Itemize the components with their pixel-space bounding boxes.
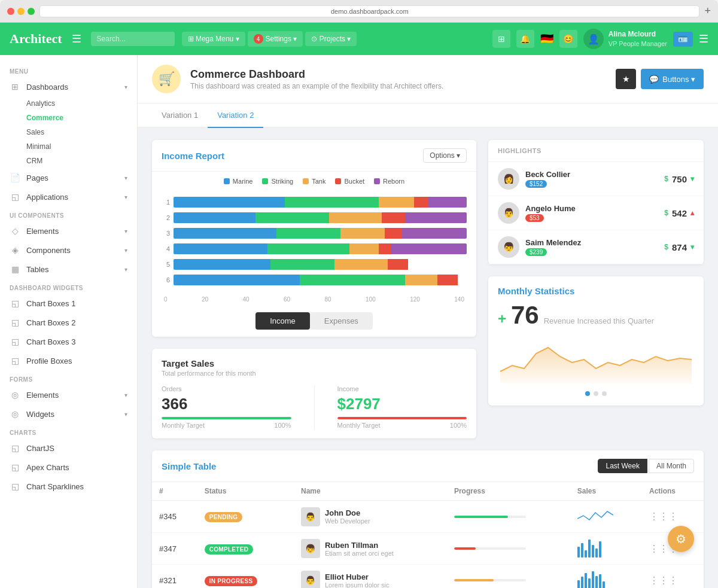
sidebar-label-components: Components <box>26 246 124 255</box>
person-ruben: 👦 Ruben Tillman Etiam sit amet orci eget <box>301 539 440 558</box>
sidebar-item-applications[interactable]: ◱ Applications ▾ <box>0 187 137 206</box>
bar-seg-striking-3 <box>276 228 341 239</box>
browser-url[interactable]: demo.dashboardpack.com <box>39 5 699 17</box>
hamburger-right[interactable]: ☰ <box>699 32 708 45</box>
orders-monthly-label: Monthly Target <box>162 422 205 429</box>
sidebar-item-sales[interactable]: Sales <box>26 125 137 139</box>
last-week-button[interactable]: Last Week <box>598 459 647 473</box>
sidebar-item-pages[interactable]: 📄 Pages ▾ <box>0 168 137 187</box>
all-month-button[interactable]: All Month <box>649 459 694 473</box>
monthly-dot-2[interactable] <box>594 391 598 396</box>
sidebar-label-tables: Tables <box>26 265 124 274</box>
sidebar-label-form-elements: Elements <box>26 391 124 400</box>
new-tab-button[interactable]: + <box>704 5 711 17</box>
sparkline-ruben <box>577 540 635 557</box>
role-ruben: Etiam sit amet orci eget <box>325 550 394 557</box>
spark-e2 <box>581 577 583 588</box>
page-title: Commerce Dashboard <box>190 68 443 81</box>
income-metric-label: Income <box>337 385 467 392</box>
sidebar-item-profileboxes[interactable]: ◱ Profile Boxes <box>0 351 137 370</box>
browser-dots <box>7 8 35 15</box>
hamburger-menu[interactable]: ☰ <box>72 32 81 45</box>
bar-track-6 <box>174 275 467 285</box>
page-subtitle: This dashboard was created as an example… <box>190 82 443 90</box>
target-sales-card: Target Sales Total performance for this … <box>152 349 476 438</box>
sidebar-item-elements[interactable]: ◇ Elements ▾ <box>0 221 137 240</box>
orders-metric: Orders 366 Monthly Target 100% <box>162 385 291 429</box>
emoji-button[interactable]: 😊 <box>559 30 577 48</box>
monthly-dot-3[interactable] <box>602 391 607 396</box>
dot-yellow <box>17 8 25 15</box>
orders-value: 366 <box>162 395 291 413</box>
sidebar-item-chartboxes1[interactable]: ◱ Chart Boxes 1 <box>0 294 137 313</box>
tab-variation1[interactable]: Variation 1 <box>152 103 208 128</box>
sidebar-item-crm[interactable]: CRM <box>26 154 137 168</box>
sidebar-item-analytics[interactable]: Analytics <box>26 96 137 111</box>
sidebar-item-dashboards[interactable]: ⊞ Dashboards ▾ <box>0 77 137 96</box>
user-card-button[interactable]: 🪪 <box>673 32 693 47</box>
bar-row-2: 2 <box>162 212 467 223</box>
sidebar-item-chartboxes3[interactable]: ◱ Chart Boxes 3 <box>0 332 137 351</box>
expenses-toggle[interactable]: Expenses <box>310 312 373 330</box>
legend-dot-bucket <box>335 178 341 184</box>
row-status-345: PENDING <box>197 501 294 533</box>
settings-button[interactable]: 4 Settings ▾ <box>248 31 303 47</box>
income-toggle[interactable]: Income <box>255 312 310 330</box>
avatar-beck: 👩 <box>498 168 519 190</box>
action-btn-321[interactable]: ⋮⋮⋮ <box>649 575 678 586</box>
nav-right: ⊞ 🔔 🇩🇪 😊 👤 Alina Mclourd VP People Manag… <box>492 29 708 49</box>
sidebar-item-sparklines[interactable]: ◱ Chart Sparklines <box>0 477 137 496</box>
income-report-title: Income Report <box>162 151 224 161</box>
spark-e6 <box>595 576 598 589</box>
bar-seg-striking-5 <box>270 259 335 270</box>
table-title: Simple Table <box>162 461 216 471</box>
bar-seg-striking-2 <box>255 212 329 223</box>
sidebar-item-chartjs[interactable]: ◱ ChartJS <box>0 438 137 458</box>
buttons-dropdown[interactable]: 💬 Buttons ▾ <box>641 69 704 89</box>
bar-track-5 <box>174 259 467 270</box>
chartbox2-icon: ◱ <box>10 317 20 328</box>
sidebar-item-chartboxes2[interactable]: ◱ Chart Boxes 2 <box>0 313 137 332</box>
app-wrapper: Architect ☰ ⊞ Mega Menu ▾ 4 Settings ▾ ⊙… <box>0 23 718 588</box>
tab-variation2[interactable]: Variation 2 <box>208 103 263 128</box>
legend-label-bucket: Bucket <box>344 178 364 185</box>
sidebar-item-commerce[interactable]: Commerce <box>26 111 137 125</box>
legend-dot-striking <box>262 178 268 184</box>
person-text-john: John Doe Web Developer <box>325 508 370 525</box>
chevron-down-icon-pages: ▾ <box>124 175 127 181</box>
sidebar-item-apexcharts[interactable]: ◱ Apex Charts <box>0 458 137 477</box>
dashboard-submenu: Analytics Commerce Sales Minimal CRM <box>0 96 137 168</box>
sidebar-label-applications: Applications <box>26 193 124 202</box>
mega-menu-button[interactable]: ⊞ Mega Menu ▾ <box>182 32 245 46</box>
avatar-saim: 👦 <box>498 236 519 258</box>
highlight-row-saim: 👦 Saim Melendez $239 $ 874 ▾ <box>488 230 704 264</box>
monthly-dot-1[interactable] <box>585 391 590 396</box>
monthly-stats-title: Monthly Statistics <box>498 286 694 296</box>
favorite-button[interactable]: ★ <box>616 69 636 89</box>
tables-icon: ▦ <box>10 264 20 275</box>
legend-striking: Striking <box>262 178 293 185</box>
notifications-button[interactable]: 🔔 <box>516 30 534 48</box>
legend-dot-marine <box>224 178 230 184</box>
spark-4 <box>588 540 591 557</box>
search-input[interactable] <box>91 32 175 46</box>
sidebar-item-form-elements[interactable]: ◎ Elements ▾ <box>0 385 137 404</box>
action-btn-345[interactable]: ⋮⋮⋮ <box>649 511 678 522</box>
grid-icon-button[interactable]: ⊞ <box>492 30 510 48</box>
sidebar-item-widgets[interactable]: ◎ Widgets ▾ <box>0 404 137 424</box>
sidebar-item-tables[interactable]: ▦ Tables ▾ <box>0 260 137 279</box>
bar-seg-marine-2 <box>174 212 255 223</box>
sidebar-item-components[interactable]: ◈ Components ▾ <box>0 240 137 260</box>
spark-e1 <box>577 580 580 588</box>
spark-7 <box>599 541 601 557</box>
options-button[interactable]: Options ▾ <box>423 148 467 163</box>
bar-seg-reborn-2 <box>405 212 467 223</box>
bar-seg-bucket-3 <box>385 228 402 239</box>
projects-button[interactable]: ⊙ Projects ▾ <box>305 32 357 46</box>
fab-settings[interactable]: ⚙ <box>668 526 694 552</box>
sidebar-item-minimal[interactable]: Minimal <box>26 139 137 154</box>
spark-3 <box>585 550 587 557</box>
orders-label: Orders <box>162 385 291 392</box>
row-sales-347 <box>570 533 642 565</box>
sparkline-elliot <box>577 571 635 588</box>
